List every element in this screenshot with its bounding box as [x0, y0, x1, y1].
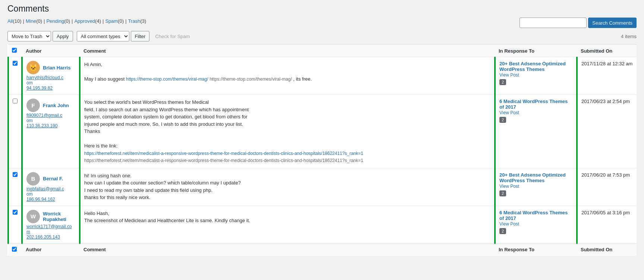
reply-count: 2 [499, 190, 506, 196]
select-all-footer [8, 243, 22, 256]
comment-cell: Hi Amin,May I also suggest https://theme… [80, 57, 495, 95]
author-cell: F Frank John fj909071@gmail.c om 110.36.… [22, 95, 80, 168]
response-title[interactable]: 6 Medical WordPress Themes of 2017 [499, 99, 568, 110]
select-all-checkbox[interactable] [12, 48, 17, 53]
submitted-date: 2017/06/23 at 2:54 pm [581, 99, 630, 104]
tab-pending[interactable]: Pending [46, 18, 64, 24]
comment-content: You select the world's best WordPress th… [84, 99, 490, 164]
select-all-checkbox-footer[interactable] [12, 247, 17, 252]
view-post-link[interactable]: View Post [499, 72, 519, 78]
submitted-date: 2017/06/05 at 3:16 pm [581, 210, 630, 215]
response-cell: 20+ Best Adsense Optimized WordPress The… [495, 57, 577, 95]
foot-col-comment: Comment [80, 243, 495, 256]
response-title[interactable]: 6 Medical WordPress Themes of 2017 [499, 210, 568, 221]
col-comment: Comment [80, 45, 495, 57]
author-email-cont: om [26, 192, 75, 197]
comments-table: Author Comment In Response To Submitted … [7, 44, 637, 256]
view-post-link[interactable]: View Post [499, 184, 519, 189]
row-checkbox[interactable] [13, 210, 18, 215]
author-name: Bernal F. [43, 176, 63, 181]
comment-content: Hi Amin,May I also suggest https://theme… [84, 61, 490, 83]
submitted-cell: 2017/06/23 at 2:54 pm [577, 95, 637, 168]
author-name: Worrick Rupakheti [43, 211, 75, 222]
view-post-link[interactable]: View Post [499, 221, 519, 227]
items-count: 4 items [621, 34, 637, 39]
response-cell: 6 Medical WordPress Themes of 2017 View … [495, 95, 577, 168]
tab-trash[interactable]: Trash [128, 18, 141, 24]
foot-col-author: Author [22, 243, 80, 256]
col-response: In Response To [495, 45, 577, 57]
search-area: Search Comments [520, 18, 637, 28]
row-checkbox-cell [8, 206, 22, 243]
avatar: F [26, 99, 40, 112]
author-email[interactable]: worrick1717@gmail.com [26, 224, 75, 234]
response-cell: 6 Medical WordPress Themes of 2017 View … [495, 206, 577, 243]
avatar: W [26, 210, 40, 223]
reply-count: 2 [499, 228, 506, 234]
comment-content: Hello Hash,The screenshot of Mediclean a… [84, 210, 490, 224]
author-email[interactable]: ingbfallas@gmail.c [26, 186, 75, 192]
avatar: 🐱 [26, 61, 40, 74]
bulk-action-select[interactable]: Move to Trash [7, 31, 51, 41]
search-button[interactable]: Search Comments [588, 18, 637, 28]
table-row: W Worrick Rupakheti worrick1717@gmail.co… [8, 206, 637, 243]
tablenav-top: Move to Trash Apply All comment types Fi… [7, 31, 637, 41]
submitted-date: 2017/11/28 at 12:32 am [581, 61, 632, 66]
table-row: F Frank John fj909071@gmail.c om 110.36.… [8, 95, 637, 168]
comment-cell: Hello Hash,The screenshot of Mediclean a… [80, 206, 495, 243]
foot-col-submitted: Submitted On [577, 243, 637, 256]
row-checkbox-cell [8, 57, 22, 95]
reply-count: 2 [499, 117, 506, 123]
tab-approved[interactable]: Approved [74, 18, 95, 24]
row-checkbox-cell [8, 168, 22, 206]
col-author: Author [22, 45, 80, 57]
reply-count: 2 [499, 79, 506, 85]
comment-cell: hi! Im using hash one.how can I update t… [80, 168, 495, 206]
submitted-cell: 2017/11/28 at 12:32 am [577, 57, 637, 95]
search-input[interactable] [520, 18, 587, 28]
page-title: Comments [7, 4, 637, 14]
author-ip[interactable]: 94.195.39.82 [26, 85, 75, 91]
submitted-cell: 2017/06/05 at 3:16 pm [577, 206, 637, 243]
select-all-header [8, 45, 22, 57]
author-email-cont: om [26, 118, 75, 123]
filter-button[interactable]: Filter [131, 31, 150, 41]
author-email[interactable]: harrythis@icloud.c [26, 75, 75, 80]
row-checkbox[interactable] [13, 61, 18, 66]
avatar: B [26, 172, 40, 186]
tab-all[interactable]: All [7, 18, 13, 24]
author-ip[interactable]: 202.166.205.143 [26, 234, 75, 240]
table-row: 🐱 Brian Harris harrythis@icloud.c om 94.… [8, 57, 637, 95]
author-name: Brian Harris [43, 65, 70, 71]
row-checkbox[interactable] [13, 172, 18, 177]
row-checkbox-cell [8, 95, 22, 168]
foot-col-response: In Response To [495, 243, 577, 256]
comment-type-select[interactable]: All comment types [77, 31, 129, 41]
col-submitted: Submitted On [577, 45, 637, 57]
author-cell: W Worrick Rupakheti worrick1717@gmail.co… [22, 206, 80, 243]
check-spam-button[interactable]: Check for Spam [151, 31, 194, 41]
response-title[interactable]: 20+ Best Adsense Optimized WordPress The… [499, 172, 566, 183]
author-email-cont: om [26, 80, 75, 85]
author-email[interactable]: fj909071@gmail.c [26, 113, 75, 118]
author-cell: B Bernal F. ingbfallas@gmail.c om 186.96… [22, 168, 80, 206]
apply-button[interactable]: Apply [53, 31, 73, 41]
author-name: Frank John [43, 103, 69, 108]
comment-cell: You select the world's best WordPress th… [80, 95, 495, 168]
response-title[interactable]: 20+ Best Adsense Optimized WordPress The… [499, 61, 566, 72]
view-post-link[interactable]: View Post [499, 110, 519, 115]
row-checkbox[interactable] [13, 99, 18, 103]
filter-tabs: All (10) | Mine (0) | Pending (0) | Appr… [7, 18, 146, 24]
submitted-cell: 2017/06/20 at 7:53 pm [577, 168, 637, 206]
comment-link[interactable]: https://themeforest.net/item/medicalist-… [84, 151, 363, 156]
table-row: B Bernal F. ingbfallas@gmail.c om 186.96… [8, 168, 637, 206]
author-ip[interactable]: 186.96.94.162 [26, 197, 75, 202]
comment-content: hi! Im using hash one.how can I update t… [84, 172, 490, 201]
submitted-date: 2017/06/20 at 7:53 pm [581, 172, 630, 178]
author-cell: 🐱 Brian Harris harrythis@icloud.c om 94.… [22, 57, 80, 95]
tab-spam[interactable]: Spam [105, 18, 118, 24]
tab-mine[interactable]: Mine [26, 18, 36, 24]
comment-link[interactable]: https://theme-stop.com/themes/viral-mag/ [126, 77, 208, 82]
response-cell: 20+ Best Adsense Optimized WordPress The… [495, 168, 577, 206]
author-ip[interactable]: 110.36.233.190 [26, 123, 75, 128]
